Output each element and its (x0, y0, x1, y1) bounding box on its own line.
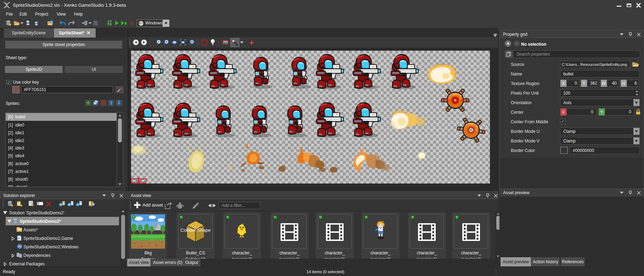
svg-text:#: # (18, 237, 20, 240)
svg-text:01: 01 (110, 24, 112, 26)
